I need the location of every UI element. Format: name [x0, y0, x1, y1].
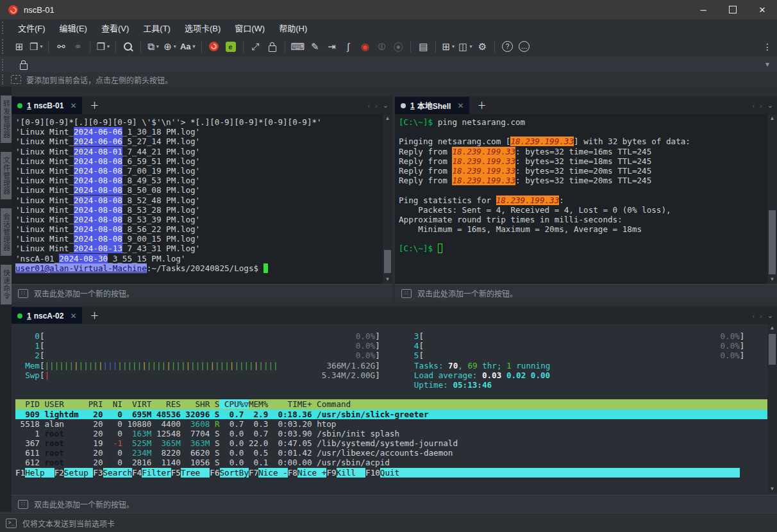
- new-session-icon[interactable]: ⊞: [13, 40, 26, 54]
- toolbar-separator: [140, 41, 141, 53]
- scroll-up-icon[interactable]: ▲: [767, 324, 777, 333]
- maximize-button[interactable]: [718, 0, 748, 19]
- terminal-line: Ping statistics for 18.239.199.33:: [399, 195, 777, 205]
- dropdown-caret-icon[interactable]: ▾: [193, 44, 196, 49]
- new-tab-button[interactable]: ＋: [477, 98, 486, 111]
- reconnect-icon[interactable]: ⚭: [71, 40, 84, 54]
- menu-item-0[interactable]: 文件(F): [11, 24, 53, 33]
- tab-close-icon[interactable]: ✕: [457, 101, 464, 110]
- tab-nscA-02[interactable]: 1 nscA-02 ✕: [12, 307, 82, 324]
- new-tab-button[interactable]: ＋: [90, 98, 99, 111]
- tab-close-icon[interactable]: ✕: [70, 312, 76, 320]
- menu-item-5[interactable]: 窗口(W): [228, 24, 272, 33]
- scrollbar[interactable]: ▲ ▼: [767, 114, 777, 284]
- send-text-icon[interactable]: >_: [6, 519, 17, 528]
- quick-button-bar-right[interactable]: ∷ 双击此处添加一个新的按钮。: [395, 284, 777, 302]
- dropdown-caret-icon[interactable]: ▾: [469, 44, 472, 49]
- scrollbar[interactable]: ▲ ▼: [767, 324, 777, 494]
- toolbar-separator: [201, 41, 202, 53]
- quick-button-bar-left[interactable]: ∷ 双击此处添加一个新的按钮。: [12, 284, 392, 302]
- sidebar-tab-0[interactable]: 转发管理器: [1, 96, 12, 143]
- settings-gear-icon[interactable]: ⚙: [476, 40, 489, 54]
- lock-screen-icon[interactable]: [266, 40, 279, 54]
- terminal-nscA-02-htop[interactable]: 0[ 0.0%] 3[ 0.0%] 1[: [12, 324, 777, 494]
- send-to-tab-icon[interactable]: ⧉▾: [147, 40, 160, 54]
- scroll-down-icon[interactable]: ▼: [767, 275, 777, 284]
- button-grid-icon: ∷: [401, 289, 412, 298]
- scroll-down-icon[interactable]: ▼: [383, 275, 392, 284]
- scrollbar-thumb[interactable]: [769, 210, 776, 274]
- font-icon[interactable]: Aa▾: [180, 40, 196, 54]
- scroll-up-icon[interactable]: ▲: [767, 114, 777, 123]
- scrollbar-thumb[interactable]: [384, 250, 391, 273]
- about-icon: …: [519, 41, 530, 52]
- dropdown-caret-icon[interactable]: ▾: [452, 44, 455, 49]
- tab-list-dropdown-icon[interactable]: ⌄: [383, 101, 388, 110]
- menu-item-3[interactable]: 工具(T): [136, 24, 178, 33]
- record-icon[interactable]: ◉: [358, 40, 371, 54]
- menu-item-4[interactable]: 选项卡(B): [178, 24, 228, 33]
- disconnect-icon[interactable]: ⚯: [54, 40, 67, 54]
- terminal-line: 1 root 20 0 163M 12548 7704 S 0.0 0.7 0:…: [15, 429, 777, 438]
- toolbar-overflow-icon[interactable]: ⋮: [763, 42, 772, 52]
- menu-item-2[interactable]: 查看(V): [94, 24, 136, 33]
- help-icon[interactable]: ?: [501, 40, 514, 54]
- toolbar-separator: [494, 41, 495, 53]
- quick-button-bar-bottom[interactable]: ∷ 双击此处添加一个新的按钮。: [12, 495, 777, 513]
- scroll-down-icon[interactable]: ▼: [767, 485, 777, 494]
- split-layout-icon[interactable]: ◫▾: [458, 40, 472, 54]
- tab-list-dropdown-icon[interactable]: ⌄: [767, 312, 773, 320]
- fullscreen-icon[interactable]: ⤢: [249, 40, 262, 54]
- script-icon[interactable]: ʃ: [342, 40, 355, 54]
- tab-scroll-right-icon[interactable]: ›: [760, 312, 762, 320]
- encoding-globe-icon[interactable]: ⊕▾: [163, 40, 176, 54]
- scroll-up-icon[interactable]: ▲: [383, 114, 392, 123]
- tab-close-icon[interactable]: ✕: [70, 101, 76, 110]
- highlight-pen-icon[interactable]: ✎: [308, 40, 321, 54]
- tab-nscB-01[interactable]: 1 nscB-01 ✕: [12, 97, 82, 114]
- terminal-local-shell[interactable]: [C:\~]$ ping netsarang.comPinging netsar…: [395, 114, 777, 284]
- tab-scroll-left-icon[interactable]: ‹: [752, 102, 755, 110]
- log-export-icon[interactable]: ⇥: [325, 40, 338, 54]
- tab-scroll-right-icon[interactable]: ›: [375, 102, 378, 110]
- title-bar[interactable]: nscB-01 ─ ✕: [0, 0, 777, 19]
- terminal-nscB-01[interactable]: '[0-9][0-9]*[.][0-9][0-9] \'$'\n''> *[.]…: [12, 114, 392, 284]
- tab-list-dropdown-icon[interactable]: ⌄: [767, 101, 773, 110]
- toolbar-grip[interactable]: [2, 39, 6, 53]
- new-tab-button[interactable]: ＋: [90, 308, 99, 321]
- addressbar-grip[interactable]: [2, 59, 6, 71]
- xshell-icon[interactable]: [208, 40, 221, 54]
- dropdown-caret-icon[interactable]: ▾: [40, 44, 42, 49]
- search-icon[interactable]: [122, 40, 135, 54]
- new-terminal-icon[interactable]: ❐▾: [96, 40, 109, 54]
- new-window-icon[interactable]: ⊞▾: [442, 40, 455, 54]
- dropdown-caret-icon[interactable]: ▾: [107, 44, 110, 49]
- sidebar-tab-3[interactable]: 快速命令: [1, 265, 12, 304]
- dropdown-caret-icon[interactable]: ▾: [156, 44, 159, 49]
- tab-local-shell[interactable]: 1 本地Shell ✕: [395, 97, 469, 114]
- infobar-grip[interactable]: [2, 74, 6, 85]
- address-dropdown-icon[interactable]: ▼: [764, 61, 771, 68]
- session-notes-icon[interactable]: ▤: [417, 40, 430, 54]
- sidebar-tab-2[interactable]: 会话管理器: [1, 208, 12, 256]
- stop-icon[interactable]: ⦿: [392, 40, 405, 54]
- scrollbar[interactable]: ▲ ▼: [383, 114, 392, 284]
- scrollbar-thumb[interactable]: [769, 334, 776, 365]
- dropdown-caret-icon[interactable]: ▾: [174, 44, 176, 49]
- menu-item-1[interactable]: 编辑(E): [53, 24, 94, 33]
- tab-scroll-left-icon[interactable]: ‹: [752, 312, 755, 320]
- tab-scroll-left-icon[interactable]: ‹: [367, 102, 370, 110]
- xftp-icon[interactable]: e: [224, 40, 237, 54]
- sidebar-tab-1[interactable]: 文件管理器: [1, 152, 12, 199]
- pause-icon[interactable]: ⦷: [375, 40, 388, 54]
- add-session-icon[interactable]: +: [11, 75, 21, 84]
- close-button[interactable]: ✕: [748, 0, 777, 19]
- address-bar[interactable]: ▼: [0, 56, 777, 72]
- tab-scroll-right-icon[interactable]: ›: [760, 102, 762, 110]
- minimize-button[interactable]: ─: [689, 0, 718, 19]
- about-icon[interactable]: …: [517, 40, 530, 54]
- open-session-icon[interactable]: ❒▾: [29, 40, 42, 54]
- menubar-grip[interactable]: [2, 22, 6, 34]
- menu-item-6[interactable]: 帮助(H): [272, 24, 314, 33]
- virtual-keyboard-icon[interactable]: ⌨: [291, 40, 305, 54]
